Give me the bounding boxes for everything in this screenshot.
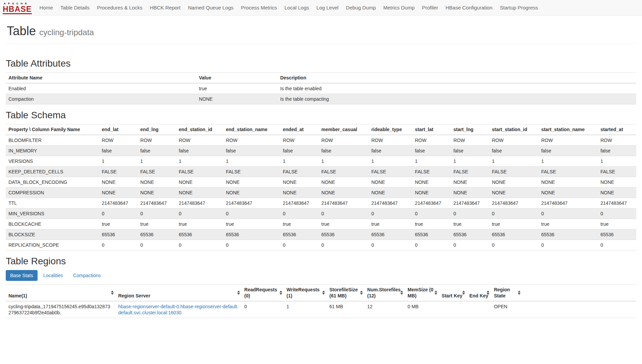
regions-col-label-num-storefiles-12: Num.Storefiles (12) (367, 287, 401, 298)
regions-header-row: Name(1)Region ServerReadRequests (0)Writ… (6, 285, 636, 301)
schema-value-bloomfilter-rideable-type: ROW (369, 135, 412, 146)
sort-down-arrow (111, 293, 114, 295)
sort-down-arrow (487, 293, 489, 295)
nav-link-table-details[interactable]: Table Details (57, 0, 93, 16)
schema-value-compression-end-station-name: NONE (223, 188, 280, 198)
schema-value-blockcache-end-lng: true (138, 219, 176, 229)
page-content: Tablecycling-tripdata Table Attributes A… (0, 24, 642, 318)
schema-value-versions-started-at: 1 (598, 156, 636, 167)
schema-value-replication-scope-member-casual: 0 (319, 240, 369, 250)
nav-link-log-level[interactable]: Log Level (313, 0, 342, 16)
tab-link-base-stats[interactable]: Base Stats (6, 270, 38, 281)
schema-value-keep-deleted-cells-member-casual: FALSE (319, 167, 369, 177)
regions-col-name-1[interactable]: Name(1) (6, 285, 115, 301)
regions-col-memsize-0-mb[interactable]: MemSize (0 MB) (405, 285, 439, 301)
tab-link-localities[interactable]: Localities (39, 270, 67, 281)
schema-value-blockcache-end-station-id: true (176, 219, 223, 229)
schema-row-replication-scope: REPLICATION_SCOPE000000000000 (6, 240, 636, 250)
schema-value-replication-scope-end-station-id: 0 (176, 240, 223, 250)
schema-property-name: BLOCKCACHE (6, 219, 99, 229)
schema-value-versions-ended-at: 1 (280, 156, 319, 167)
schema-value-compression-rideable-type: NONE (369, 188, 412, 198)
sort-up-arrow (237, 291, 240, 292)
schema-value-versions-end-station-name: 1 (223, 156, 280, 167)
schema-value-min-versions-start-station-name: 0 (538, 209, 598, 219)
schema-value-in-memory-started-at: false (598, 146, 636, 156)
schema-family-start-station-name: start_station_name (538, 124, 598, 135)
region-server-link[interactable]: hbase-regionserver-default-0.hbase-regio… (118, 304, 238, 315)
regions-col-num-storefiles-12[interactable]: Num.Storefiles (12) (364, 285, 405, 301)
attribute-description: Is the table enabled (278, 83, 636, 94)
nav-link-hbck-report[interactable]: HBCK Report (146, 0, 184, 16)
nav-link-home[interactable]: Home (36, 0, 57, 16)
schema-value-data-block-encoding-ended-at: NONE (280, 177, 319, 188)
schema-value-bloomfilter-member-casual: ROW (319, 135, 369, 146)
nav-item-hbase-configuration: HBase Configuration (442, 0, 496, 16)
hbase-logo[interactable]: APACHE HBASE (3, 1, 32, 14)
nav-link-local-logs[interactable]: Local Logs (281, 0, 313, 16)
schema-row-keep-deleted-cells: KEEP_DELETED_CELLSFALSEFALSEFALSEFALSEFA… (6, 167, 636, 177)
nav-link-named-queue-logs[interactable]: Named Queue Logs (184, 0, 237, 16)
nav-link-profiler[interactable]: Profiler (418, 0, 442, 16)
schema-value-bloomfilter-start-station-name: ROW (538, 135, 598, 146)
schema-family-end-lng: end_lng (138, 124, 176, 135)
schema-value-blockcache-end-lat: true (99, 219, 138, 229)
schema-property-name: KEEP_DELETED_CELLS (6, 167, 99, 177)
regions-col-region-server[interactable]: Region Server (115, 285, 242, 301)
schema-value-compression-end-lng: NONE (138, 188, 176, 198)
schema-value-blocksize-start-lat: 65536 (412, 229, 451, 240)
schema-row-versions: VERSIONS111111111111 (6, 156, 636, 167)
regions-col-storefilesize-61-mb[interactable]: StorefileSize (61 MB) (327, 285, 364, 301)
regions-col-end-key[interactable]: End Key (467, 285, 491, 301)
schema-value-blocksize-end-lat: 65536 (99, 229, 138, 240)
nav-link-procedures-locks[interactable]: Procedures & Locks (93, 0, 146, 16)
regions-col-region-state[interactable]: Region State (491, 285, 522, 301)
regions-tabs: Base StatsLocalitiesCompactions (6, 270, 636, 281)
attributes-col-attribute-name: Attribute Name (6, 73, 196, 83)
attribute-description: Is the table compacting (278, 94, 636, 104)
logo-hbase-text: HBASE (3, 5, 32, 14)
schema-value-in-memory-start-lng: false (451, 146, 489, 156)
nav-link-process-metrics[interactable]: Process Metrics (237, 0, 281, 16)
sort-down-arrow (518, 293, 521, 295)
regions-col-label-end-key: End Key (469, 293, 488, 298)
regions-table: Name(1)Region ServerReadRequests (0)Writ… (6, 284, 636, 318)
schema-value-compression-started-at: NONE (598, 188, 636, 198)
schema-property-name: VERSIONS (6, 156, 99, 167)
schema-value-blocksize-end-lng: 65536 (138, 229, 176, 240)
schema-value-bloomfilter-ended-at: ROW (280, 135, 319, 146)
schema-value-min-versions-start-lat: 0 (412, 209, 451, 219)
sort-up-arrow (111, 291, 114, 292)
nav-link-startup-progress[interactable]: Startup Progress (496, 0, 542, 16)
nav-link-hbase-configuration[interactable]: HBase Configuration (442, 0, 496, 16)
schema-heading: Table Schema (6, 110, 636, 121)
schema-value-ttl-ended-at: 2147483647 (280, 198, 319, 209)
regions-col-readrequests-0[interactable]: ReadRequests (0) (242, 285, 284, 301)
schema-property-name: REPLICATION_SCOPE (6, 240, 99, 250)
schema-value-blockcache-start-station-id: true (489, 219, 538, 229)
schema-property-name: IN_MEMORY (6, 146, 99, 156)
nav-link-debug-dump[interactable]: Debug Dump (342, 0, 379, 16)
nav-item-log-level: Log Level (313, 0, 342, 16)
schema-value-versions-start-lng: 1 (451, 156, 489, 167)
sort-icon (280, 291, 282, 295)
regions-col-label-memsize-0-mb: MemSize (0 MB) (407, 287, 433, 298)
table-attributes-section: Table Attributes Attribute NameValueDesc… (6, 58, 636, 104)
region-write-requests: 1 (284, 301, 327, 318)
sort-down-arrow (322, 293, 325, 295)
schema-family-started-at: started_at (598, 124, 636, 135)
nav-link-metrics-dump[interactable]: Metrics Dump (380, 0, 419, 16)
schema-value-min-versions-rideable-type: 0 (369, 209, 412, 219)
schema-family-start-station-id: start_station_id (489, 124, 538, 135)
tab-link-compactions[interactable]: Compactions (69, 270, 105, 281)
schema-value-versions-start-station-id: 1 (489, 156, 538, 167)
regions-col-start-key[interactable]: Start Key (439, 285, 467, 301)
schema-value-keep-deleted-cells-end-station-name: FALSE (223, 167, 280, 177)
nav-item-debug-dump: Debug Dump (342, 0, 379, 16)
schema-value-in-memory-start-lat: false (412, 146, 451, 156)
sort-icon (462, 291, 465, 295)
schema-property-name: TTL (6, 198, 99, 209)
regions-col-writerequests-1[interactable]: WriteRequests (1) (284, 285, 327, 301)
schema-value-ttl-end-station-name: 2147483647 (223, 198, 280, 209)
schema-value-keep-deleted-cells-rideable-type: FALSE (369, 167, 412, 177)
